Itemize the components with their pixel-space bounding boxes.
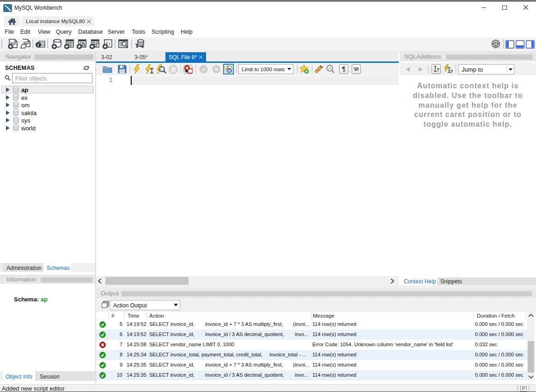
- svg-text:?: ?: [437, 67, 439, 73]
- svg-text:?: ?: [450, 69, 453, 74]
- svg-text:A: A: [329, 66, 331, 71]
- svg-text:i: i: [37, 43, 39, 48]
